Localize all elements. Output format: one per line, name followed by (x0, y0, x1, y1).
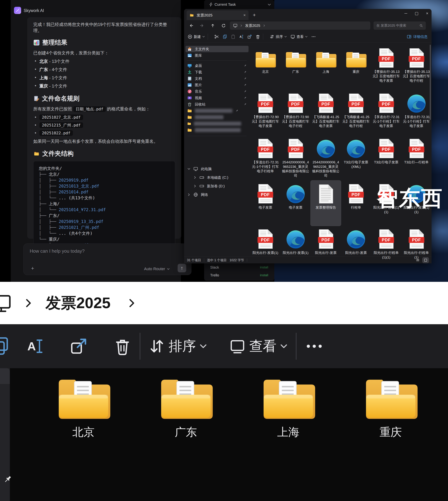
file-item[interactable]: 【飞嘀极速-41.25元】百度地图打车电子发票 (311, 90, 341, 135)
file-item[interactable]: 【曹操出行-72.90元】百度地图打车电子行程 (281, 90, 311, 135)
tab-close-icon[interactable]: × (243, 13, 246, 17)
sidebar-item-icon (187, 121, 191, 126)
breadcrumb[interactable]: 发票2025 (230, 21, 370, 30)
view-button[interactable]: 查看 (290, 34, 308, 39)
file-item[interactable]: 阳光出行-行程单(1) (401, 226, 432, 271)
search-box[interactable]: 在 发票2025 中搜索 (373, 21, 426, 30)
this-pc-icon (0, 292, 13, 314)
sidebar-item[interactable]: 桌面 (186, 62, 249, 69)
sidebar-item[interactable]: 下载 (186, 69, 249, 75)
file-item[interactable]: 行程单 (341, 181, 371, 226)
sidebar-item[interactable]: 视频 (186, 95, 249, 101)
sidebar-item[interactable] (186, 127, 249, 133)
result-list: 北京 - 13个文件广东 - 4个文件上海 - 1个文件重庆 - 1个文件 (33, 59, 175, 89)
cut-button[interactable] (214, 34, 219, 39)
file-item-icon (346, 137, 366, 159)
new-button[interactable]: 新建 (188, 34, 205, 39)
sidebar-item[interactable]: 新加卷 (D:) (186, 182, 249, 190)
sidebar-item[interactable]: 图库 (186, 52, 249, 59)
forward-button[interactable] (197, 23, 207, 28)
file-item[interactable]: T3出行电子发票(XML) (341, 135, 371, 181)
file-item[interactable]: 【享道出行-72.31元-1个行程】打车电子行程单 (250, 135, 281, 181)
sidebar-item-icon (187, 89, 192, 94)
install-link[interactable]: install (260, 273, 268, 277)
close-button[interactable]: × (426, 11, 428, 16)
tree-line: │ └── ... (共13个文件) (39, 195, 170, 201)
redacted-label (195, 109, 232, 113)
details-pane-button[interactable]: 详细信息 (407, 34, 428, 39)
breadcrumb-folder[interactable]: 发票2025 (245, 23, 260, 28)
paste-button[interactable] (231, 34, 236, 39)
tree-line: └── 重庆/ (39, 236, 170, 242)
watermark: 智东西 (377, 184, 443, 213)
up-button[interactable] (207, 23, 218, 28)
new-tab-button[interactable]: + (253, 12, 256, 18)
refresh-button[interactable] (218, 23, 229, 28)
app-name: Slack (210, 265, 219, 270)
large-icons-view-toggle[interactable] (423, 258, 429, 263)
delete-button[interactable] (256, 34, 260, 39)
file-item[interactable]: 阳光出行-发票 (341, 226, 371, 271)
sidebar-item[interactable]: 此电脑 (186, 165, 249, 173)
file-item[interactable]: 【曹操出行-35.13元】百度地图打车电子发票 (371, 45, 401, 90)
file-item[interactable]: 电子发票 (250, 181, 281, 226)
file-item-label: 【曹操出行-35.13元】百度地图打车电子行程 (403, 69, 430, 83)
folder-icon (261, 375, 315, 420)
current-task-bar[interactable]: Current Task (204, 0, 274, 9)
search-placeholder: 在 发票2025 中搜索 (376, 23, 406, 28)
file-item[interactable]: 【飞嘀极速-41.25元】百度地图打车电子行程 (341, 90, 371, 135)
file-item[interactable]: T3出行电子发票 (371, 135, 401, 181)
explorer-tab[interactable]: 发票2025 × (187, 10, 249, 20)
sidebar-item-icon (187, 70, 192, 75)
tree-line: │ ├── 20251021_广州.pdf (39, 225, 170, 230)
sidebar-item[interactable]: 回收站 (186, 101, 249, 107)
sidebar-item[interactable] (186, 121, 249, 127)
file-item[interactable]: 【曹操出行-35.13元】百度地图打车电子行程 (401, 45, 432, 90)
share-button[interactable] (247, 34, 252, 39)
scrollbar[interactable] (430, 45, 431, 120)
rename-button[interactable] (239, 34, 244, 39)
file-item[interactable]: 电子发票 (281, 181, 311, 226)
maximize-button[interactable]: ▢ (415, 11, 418, 16)
details-view-toggle[interactable] (415, 258, 421, 263)
result-item: 北京 - 13个文件 (33, 59, 175, 64)
sidebar-item[interactable]: 主文件夹 (186, 46, 249, 52)
file-item[interactable]: 阳光出行-发票 (311, 226, 341, 271)
file-item-icon (257, 92, 273, 113)
file-item[interactable]: 【享道出行-72.31元-1个行程】打车电子发票 (371, 90, 401, 135)
file-item[interactable]: 阳光出行-发票(1) (250, 226, 281, 271)
sidebar-item[interactable]: 音乐 (186, 88, 249, 95)
file-item[interactable]: 254420000006_49652236_重庆灵狐科技股份有限公司 (311, 135, 341, 181)
chat-input-box[interactable]: How can I help you today? + Auto Router … (23, 243, 192, 275)
naming-examples-list: 20251027_北京.pdf20251215_广州.pdf20251022.p… (33, 115, 175, 136)
file-item[interactable]: 上海 (311, 45, 341, 90)
sidebar-item[interactable] (186, 114, 249, 121)
copy-button[interactable] (223, 34, 227, 39)
file-item[interactable]: 阳光出行-发票(1) (281, 226, 311, 271)
file-item-label: 阳光出行-发票 (342, 250, 369, 255)
attach-button[interactable]: + (29, 265, 36, 272)
magnified-command-bar: 排序 查看 (0, 324, 448, 368)
file-item[interactable]: 254420000006_49652236_重庆灵狐科技股份有限公司 (281, 135, 311, 181)
file-item[interactable]: 重庆 (341, 45, 371, 90)
file-item[interactable]: 发票整理报告 (311, 181, 341, 226)
auto-router-selector[interactable]: Auto Router (144, 267, 170, 271)
sidebar-item[interactable]: 文档 (186, 75, 249, 82)
file-item-label: 发票整理报告 (312, 205, 339, 210)
file-item[interactable]: 广东 (281, 45, 311, 90)
file-item[interactable]: 【享道出行-72.31元-1个行程】打车电子发票 (401, 90, 432, 135)
file-item[interactable]: 阳光出行-行程单(1)(1) (371, 226, 401, 271)
result-intro: 已创建4个省份文件夹，发票分类如下： (33, 50, 175, 56)
sidebar-item[interactable]: 网络 (186, 190, 249, 199)
file-item[interactable]: 北京 (250, 45, 281, 90)
sidebar-item[interactable] (186, 107, 249, 114)
sort-button[interactable]: 排序 (270, 34, 287, 39)
back-button[interactable] (186, 23, 197, 28)
file-item[interactable]: 【曹操出行-72.90元】百度地图打车电子发票 (250, 90, 281, 135)
sidebar-item[interactable]: 图片 (186, 82, 249, 88)
file-item[interactable]: T3出行—行程单 (401, 135, 432, 181)
sidebar-item[interactable]: 本地磁盘 (C:) (186, 173, 249, 182)
file-item-label: 阳光出行-发票(1) (282, 250, 309, 255)
minimize-button[interactable]: ─ (404, 11, 407, 16)
more-options-button[interactable] (311, 34, 316, 39)
